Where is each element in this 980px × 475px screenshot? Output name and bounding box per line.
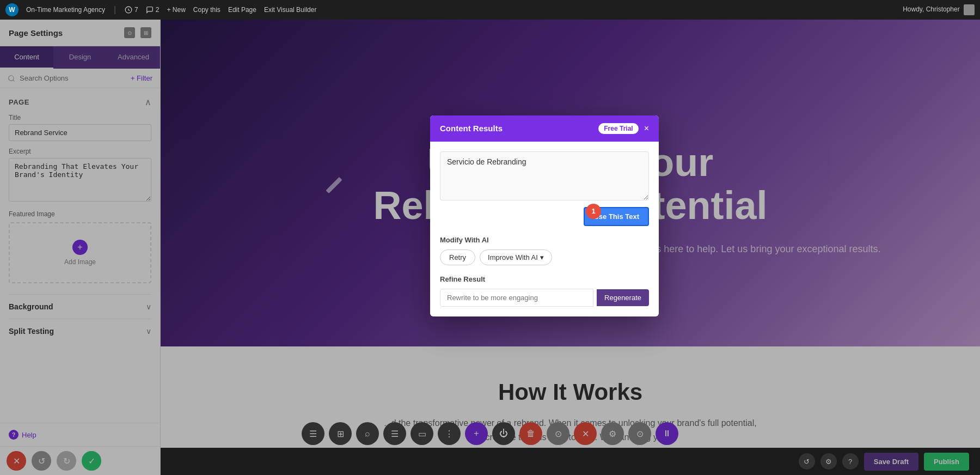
modal-close-button[interactable]: × bbox=[644, 124, 649, 133]
refine-row: Regenerate bbox=[440, 289, 649, 307]
retry-button[interactable]: Retry bbox=[440, 249, 475, 265]
howdy-label: Howdy, Christopher bbox=[903, 4, 975, 15]
notifications-link[interactable]: 7 bbox=[125, 6, 138, 14]
improve-with-ai-button[interactable]: Improve With AI ▾ bbox=[480, 249, 552, 265]
modal-title: Content Results bbox=[440, 124, 503, 133]
refine-input[interactable] bbox=[440, 289, 593, 307]
copy-this-link[interactable]: Copy this bbox=[193, 6, 220, 14]
modal-header: Content Results Free Trial × bbox=[430, 115, 659, 142]
exit-builder-link[interactable]: Exit Visual Builder bbox=[264, 6, 317, 14]
refine-section: Refine Result Regenerate bbox=[440, 275, 649, 307]
modal-overlay: Content Results Free Trial × Servicio de… bbox=[0, 0, 980, 475]
modal-header-right: Free Trial × bbox=[598, 123, 649, 134]
step-badge: 1 bbox=[586, 204, 601, 219]
top-bar: W On-Time Marketing Agency | 7 2 + New C… bbox=[0, 0, 980, 20]
edit-page-link[interactable]: Edit Page bbox=[228, 6, 256, 14]
modify-ai-row: Retry Improve With AI ▾ bbox=[440, 249, 649, 265]
free-trial-badge[interactable]: Free Trial bbox=[598, 123, 638, 134]
user-avatar bbox=[964, 4, 975, 15]
divider-1: | bbox=[114, 5, 116, 15]
comments-link[interactable]: 2 bbox=[146, 6, 160, 14]
improve-chevron-icon: ▾ bbox=[540, 253, 544, 261]
site-name-link[interactable]: On-Time Marketing Agency bbox=[26, 6, 105, 14]
modal-body: Servicio de Rebranding 1 Use This Text M… bbox=[430, 142, 659, 316]
refine-title: Refine Result bbox=[440, 275, 649, 283]
content-result-textarea[interactable]: Servicio de Rebranding bbox=[440, 151, 649, 200]
use-this-text-area: 1 Use This Text bbox=[440, 207, 649, 226]
regenerate-button[interactable]: Regenerate bbox=[597, 289, 649, 306]
new-link[interactable]: + New bbox=[167, 6, 185, 14]
modify-ai-title: Modify With AI bbox=[440, 236, 649, 244]
content-results-modal: Content Results Free Trial × Servicio de… bbox=[430, 115, 659, 316]
wp-logo-icon: W bbox=[5, 3, 19, 16]
